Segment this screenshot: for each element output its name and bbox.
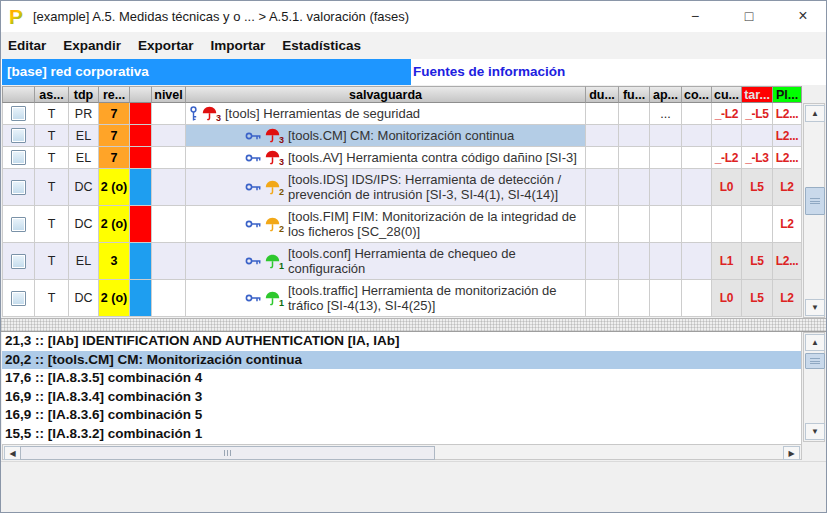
table-row[interactable]: TPR73[tools] Herramientas de seguridad..… <box>2 103 802 125</box>
minimize-button[interactable]: − <box>673 1 717 31</box>
column-header-nivel[interactable]: nivel <box>152 86 186 103</box>
splitter-handle[interactable] <box>1 318 826 332</box>
scroll-right-icon[interactable]: ▶ <box>783 446 800 460</box>
cu-value-cell[interactable]: L0 <box>712 280 742 317</box>
scroll-down-icon[interactable]: ▼ <box>805 299 825 316</box>
column-header-tar[interactable]: tar... <box>742 86 773 103</box>
cb-cell[interactable] <box>2 147 35 169</box>
row-checkbox[interactable] <box>11 128 26 143</box>
salv-cell[interactable]: 1[tools.traffic] Herramienta de monitori… <box>186 280 586 317</box>
ap-cell[interactable] <box>650 206 682 243</box>
ranking-item[interactable]: 21,3 :: [IAb] IDENTIFICATION AND AUTHENT… <box>2 332 801 351</box>
cb-cell[interactable] <box>2 206 35 243</box>
key-icon[interactable] <box>245 293 262 303</box>
ranking-hscroll-thumb[interactable] <box>20 446 435 460</box>
menu-item-exportar[interactable]: Exportar <box>138 38 194 53</box>
row-checkbox[interactable] <box>11 217 26 232</box>
pl-value-cell[interactable]: L2 <box>773 169 802 206</box>
column-header-fu[interactable]: fu... <box>619 86 650 103</box>
menu-item-editar[interactable]: Editar <box>8 38 46 53</box>
menu-item-estadísticas[interactable]: Estadísticas <box>282 38 361 53</box>
pl-value-cell[interactable]: L2... <box>773 103 802 125</box>
row-checkbox[interactable] <box>11 291 26 306</box>
table-row[interactable]: TDC2 (o)2[tools.FIM] FIM: Monitorización… <box>2 206 802 243</box>
ranking-horizontal-scrollbar[interactable]: ◀ ▶ <box>2 444 802 460</box>
close-button[interactable]: × <box>781 1 825 31</box>
ranking-item[interactable]: 16,9 :: [IA.8.3.4] combinación 3 <box>2 388 801 407</box>
column-header-cb[interactable] <box>2 86 35 103</box>
ap-cell[interactable]: ... <box>650 103 682 125</box>
ap-cell[interactable] <box>650 147 682 169</box>
column-header-pl[interactable]: Pl... <box>773 86 802 103</box>
row-checkbox[interactable] <box>11 254 26 269</box>
maximize-button[interactable]: □ <box>727 1 771 31</box>
tar-value-cell[interactable]: L5 <box>742 169 773 206</box>
column-header-bar[interactable] <box>130 86 152 103</box>
ap-cell[interactable] <box>650 280 682 317</box>
salv-cell[interactable]: 1[tools.conf] Herramienta de chequeo de … <box>186 243 586 280</box>
table-row[interactable]: TDC2 (o)1[tools.traffic] Herramienta de … <box>2 280 802 317</box>
cb-cell[interactable] <box>2 280 35 317</box>
tar-value-cell[interactable] <box>742 125 773 147</box>
row-checkbox[interactable] <box>11 150 26 165</box>
fuentes-informacion-label[interactable]: Fuentes de información <box>413 59 565 85</box>
column-header-cu[interactable]: cu... <box>712 86 742 103</box>
column-header-du[interactable]: du... <box>586 86 619 103</box>
cb-cell[interactable] <box>2 169 35 206</box>
tar-value-cell[interactable]: L5 <box>742 243 773 280</box>
cu-value-cell[interactable]: L0 <box>712 169 742 206</box>
ranking-vertical-scrollbar[interactable]: ▲ ▼ <box>803 332 825 442</box>
scroll-down-icon[interactable]: ▼ <box>805 423 825 440</box>
table-vertical-scrollbar[interactable]: ▲ ▼ <box>803 103 825 318</box>
ap-cell[interactable] <box>650 169 682 206</box>
cu-value-cell[interactable]: L1 <box>712 243 742 280</box>
ap-cell[interactable] <box>650 243 682 280</box>
table-row[interactable]: TEL73[tools.AV] Herramienta contra códig… <box>2 147 802 169</box>
key-icon[interactable] <box>245 131 262 141</box>
cu-value-cell[interactable] <box>712 125 742 147</box>
menu-item-expandir[interactable]: Expandir <box>63 38 121 53</box>
pl-value-cell[interactable]: L2... <box>773 147 802 169</box>
pl-value-cell[interactable]: L2 <box>773 206 802 243</box>
column-header-co[interactable]: co... <box>682 86 712 103</box>
row-checkbox[interactable] <box>11 106 26 121</box>
row-checkbox[interactable] <box>11 180 26 195</box>
ranking-scroll-thumb[interactable] <box>805 353 825 369</box>
salv-cell[interactable]: 3[tools.AV] Herramienta contra código da… <box>186 147 586 169</box>
key-icon[interactable] <box>245 219 262 229</box>
tar-value-cell[interactable]: _-L3 <box>742 147 773 169</box>
ranking-item[interactable]: 20,2 :: [tools.CM] CM: Monitorización co… <box>2 351 801 370</box>
table-row[interactable]: TDC2 (o)2[tools.IDS] IDS/IPS: Herramient… <box>2 169 802 206</box>
ranking-item[interactable]: 17,6 :: [IA.8.3.5] combinación 4 <box>2 369 801 388</box>
salv-cell[interactable]: 2[tools.IDS] IDS/IPS: Herramienta de det… <box>186 169 586 206</box>
selected-phase[interactable]: [base] red corporativa <box>2 59 411 85</box>
pl-value-cell[interactable]: L2... <box>773 243 802 280</box>
cu-value-cell[interactable]: _-L2 <box>712 147 742 169</box>
table-row[interactable]: TEL73[tools.CM] CM: Monitorización conti… <box>2 125 802 147</box>
salv-cell[interactable]: 3[tools.CM] CM: Monitorización continua <box>186 125 586 147</box>
ranking-item[interactable]: 16,9 :: [IA.8.3.6] combinación 5 <box>2 406 801 425</box>
scroll-left-icon[interactable]: ◀ <box>4 446 21 460</box>
ap-cell[interactable] <box>650 125 682 147</box>
pl-value-cell[interactable]: L2 <box>773 280 802 317</box>
tar-value-cell[interactable] <box>742 206 773 243</box>
column-header-as[interactable]: as... <box>35 86 69 103</box>
table-row[interactable]: TEL31[tools.conf] Herramienta de chequeo… <box>2 243 802 280</box>
key-vertical-icon[interactable] <box>189 106 199 122</box>
salv-cell[interactable]: 2[tools.FIM] FIM: Monitorización de la i… <box>186 206 586 243</box>
cb-cell[interactable] <box>2 103 35 125</box>
tar-value-cell[interactable]: _-L5 <box>742 103 773 125</box>
column-header-salv[interactable]: salvaguarda <box>186 86 586 103</box>
key-icon[interactable] <box>245 256 262 266</box>
table-scroll-thumb[interactable] <box>805 187 825 215</box>
scroll-up-icon[interactable]: ▲ <box>805 105 825 122</box>
key-icon[interactable] <box>245 153 262 163</box>
cb-cell[interactable] <box>2 125 35 147</box>
column-header-tdp[interactable]: tdp <box>69 86 99 103</box>
column-header-re[interactable]: re... <box>99 86 130 103</box>
cu-value-cell[interactable]: _-L2 <box>712 103 742 125</box>
ranking-item[interactable]: 15,5 :: [IA.8.3.2] combinación 1 <box>2 425 801 444</box>
scroll-up-icon[interactable]: ▲ <box>805 334 825 351</box>
pl-value-cell[interactable]: L2... <box>773 125 802 147</box>
menu-item-importar[interactable]: Importar <box>211 38 266 53</box>
